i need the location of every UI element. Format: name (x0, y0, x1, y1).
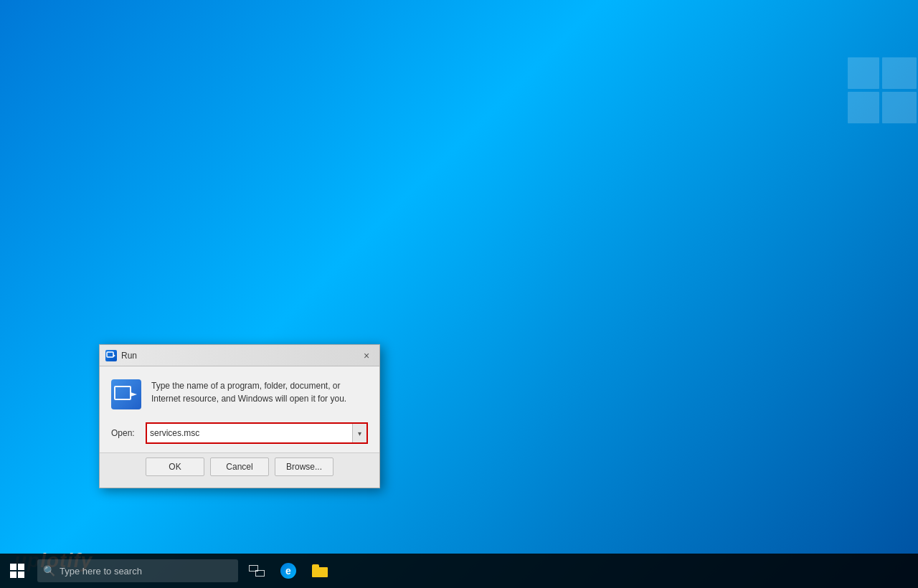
dialog-open-label: Open: (111, 428, 140, 438)
dialog-title-icon (105, 350, 117, 361)
run-input[interactable] (147, 424, 352, 442)
svg-rect-6 (115, 387, 131, 399)
dialog-titlebar: Run × (100, 345, 379, 366)
cancel-button[interactable]: Cancel (210, 457, 269, 476)
dialog-open-row: Open: ▾ (100, 419, 379, 452)
file-explorer-button[interactable] (304, 554, 336, 588)
run-dialog: Run × Type the name of a program, folder… (99, 344, 380, 488)
task-view-button[interactable] (241, 554, 273, 588)
dialog-input-wrapper: ▾ (146, 422, 368, 444)
search-icon: 🔍 (43, 565, 55, 577)
dialog-title-text: Run (121, 351, 355, 361)
svg-marker-5 (113, 354, 115, 357)
ok-button[interactable]: OK (146, 457, 204, 476)
edge-icon: e (280, 563, 296, 579)
svg-rect-0 (848, 57, 879, 89)
taskbar-search-bar[interactable]: 🔍 Type here to search (37, 559, 238, 582)
svg-rect-3 (882, 92, 917, 123)
edge-button[interactable]: e (273, 554, 304, 588)
dialog-buttons: OK Cancel Browse... (100, 452, 379, 488)
start-button[interactable] (0, 554, 34, 588)
dropdown-arrow[interactable]: ▾ (352, 424, 366, 442)
svg-rect-4 (107, 352, 113, 357)
svg-rect-2 (848, 92, 879, 123)
search-placeholder: Type here to search (60, 566, 142, 577)
taskbar: 🔍 Type here to search e (0, 554, 918, 588)
desktop: uplotify Run × Type the (0, 0, 918, 588)
start-icon (10, 564, 24, 578)
svg-marker-7 (131, 392, 137, 397)
task-view-icon (249, 565, 265, 577)
svg-rect-1 (882, 57, 917, 89)
dialog-close-button[interactable]: × (359, 348, 374, 363)
dialog-description: Type the name of a program, folder, docu… (151, 379, 368, 405)
browse-button[interactable]: Browse... (275, 457, 333, 476)
run-icon (111, 379, 141, 409)
windows-logo-decoration (846, 57, 918, 308)
explorer-icon (312, 564, 328, 577)
dialog-body: Type the name of a program, folder, docu… (100, 366, 379, 419)
